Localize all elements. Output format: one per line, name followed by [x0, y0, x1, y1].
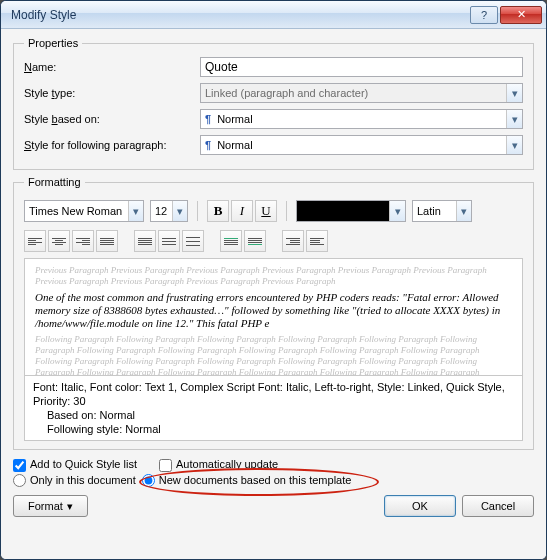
name-input[interactable]	[200, 57, 523, 77]
chevron-down-icon[interactable]: ▾	[506, 110, 522, 128]
increase-indent-button[interactable]	[306, 230, 328, 252]
preview-following: Following Paragraph Following Paragraph …	[35, 334, 512, 376]
script-select[interactable]: Latin ▾	[412, 200, 472, 222]
space-before-inc-button[interactable]	[220, 230, 242, 252]
style-type-select: Linked (paragraph and character) ▾	[200, 83, 523, 103]
decrease-indent-button[interactable]	[282, 230, 304, 252]
modify-style-dialog: Modify Style ? ✕ Properties Name: Style …	[0, 0, 547, 560]
chevron-down-icon[interactable]: ▾	[506, 136, 522, 154]
italic-button[interactable]: I	[231, 200, 253, 222]
chevron-down-icon[interactable]: ▾	[172, 201, 187, 221]
new-documents-radio[interactable]: New documents based on this template	[142, 474, 352, 488]
align-center-button[interactable]	[48, 230, 70, 252]
chevron-down-icon: ▾	[506, 84, 522, 102]
align-left-button[interactable]	[24, 230, 46, 252]
bold-button[interactable]: B	[207, 200, 229, 222]
following-label: Style for following paragraph:	[24, 139, 194, 151]
chevron-down-icon: ▾	[67, 500, 73, 513]
formatting-group: Formatting Times New Roman ▾ 12 ▾ B I U	[13, 176, 534, 450]
based-on-label: Style based on:	[24, 113, 194, 125]
preview-sample: One of the most common and frustrating e…	[35, 291, 512, 330]
style-description: Font: Italic, Font color: Text 1, Comple…	[24, 376, 523, 441]
only-this-document-radio[interactable]: Only in this document	[13, 474, 136, 488]
font-size-select[interactable]: 12 ▾	[150, 200, 188, 222]
cancel-button[interactable]: Cancel	[462, 495, 534, 517]
title-bar: Modify Style ? ✕	[1, 1, 546, 29]
font-color-select[interactable]: ▾	[296, 200, 406, 222]
properties-legend: Properties	[24, 37, 82, 49]
preview-previous: Previous Paragraph Previous Paragraph Pr…	[35, 265, 512, 287]
following-select[interactable]: ¶ Normal ▾	[200, 135, 523, 155]
close-button[interactable]: ✕	[500, 6, 542, 24]
chevron-down-icon[interactable]: ▾	[128, 201, 143, 221]
underline-button[interactable]: U	[255, 200, 277, 222]
format-menu-button[interactable]: Format▾	[13, 495, 88, 517]
help-button[interactable]: ?	[470, 6, 498, 24]
space-before-dec-button[interactable]	[244, 230, 266, 252]
linespacing-15-button[interactable]	[158, 230, 180, 252]
font-name-select[interactable]: Times New Roman ▾	[24, 200, 144, 222]
pilcrow-icon: ¶	[205, 113, 211, 125]
align-justify-button[interactable]	[96, 230, 118, 252]
pilcrow-icon: ¶	[205, 139, 211, 151]
add-quick-style-checkbox[interactable]: Add to Quick Style list	[13, 458, 137, 472]
align-right-button[interactable]	[72, 230, 94, 252]
preview-pane: Previous Paragraph Previous Paragraph Pr…	[24, 258, 523, 376]
auto-update-checkbox[interactable]: Automatically update	[159, 458, 278, 472]
linespacing-2-button[interactable]	[182, 230, 204, 252]
based-on-select[interactable]: ¶ Normal ▾	[200, 109, 523, 129]
chevron-down-icon[interactable]: ▾	[389, 201, 405, 221]
linespacing-1-button[interactable]	[134, 230, 156, 252]
ok-button[interactable]: OK	[384, 495, 456, 517]
formatting-legend: Formatting	[24, 176, 85, 188]
style-type-label: Style type:	[24, 87, 194, 99]
name-label: Name:	[24, 61, 194, 73]
properties-group: Properties Name: Style type: Linked (par…	[13, 37, 534, 170]
chevron-down-icon[interactable]: ▾	[456, 201, 471, 221]
window-title: Modify Style	[11, 8, 470, 22]
